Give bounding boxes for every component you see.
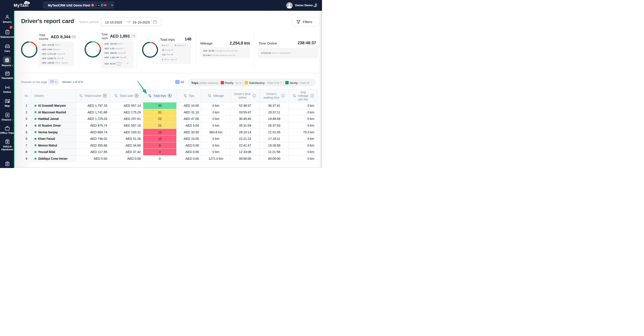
- svg-text:?: ?: [314, 4, 316, 6]
- svg-text:$: $: [7, 114, 8, 116]
- svg-text:CRM: CRM: [25, 2, 28, 3]
